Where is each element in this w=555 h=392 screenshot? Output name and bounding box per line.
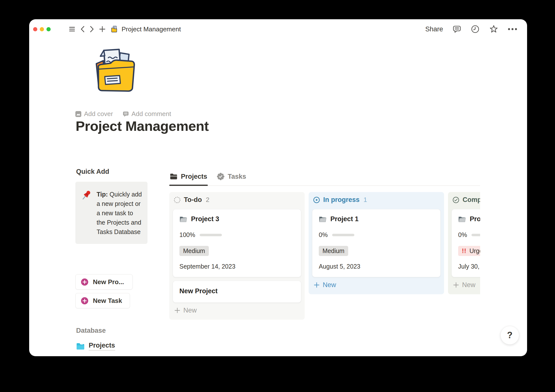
- desktop-background: Project Management Share: [0, 0, 555, 392]
- new-project-button[interactable]: New Pro...: [75, 274, 133, 290]
- page-folder-icon: [111, 25, 118, 33]
- board-column-todo: To-do 2 Project 3 100% Medium September …: [169, 192, 305, 320]
- quick-add-heading: Quick Add: [76, 168, 109, 176]
- titlebar: Project Management Share: [29, 19, 527, 39]
- add-cover-label: Add cover: [84, 110, 113, 118]
- card-new-project[interactable]: New Project: [173, 281, 301, 303]
- board-column-in-progress: In progress 1 Project 1 0% Medium August…: [309, 192, 444, 294]
- folder-documents-icon[interactable]: [88, 46, 140, 95]
- page-actions: Add cover Add comment: [75, 110, 171, 118]
- card-title-label: Project 3: [191, 215, 219, 223]
- comment-icon[interactable]: [452, 25, 461, 34]
- add-card-button-completed[interactable]: New: [453, 281, 480, 289]
- check-circle-icon: [452, 196, 459, 203]
- star-icon[interactable]: [489, 25, 498, 34]
- progress-bar: [471, 234, 480, 236]
- comment-icon: [123, 111, 129, 117]
- view-tabs: Projects Tasks: [169, 171, 480, 186]
- tab-tasks-label: Tasks: [228, 173, 246, 180]
- add-card-label: New: [183, 307, 197, 314]
- more-icon[interactable]: [508, 28, 517, 30]
- priority-badge-urgent[interactable]: !! Urgen: [458, 246, 480, 256]
- progress-row: 0%: [319, 231, 434, 238]
- tab-projects[interactable]: Projects: [169, 171, 208, 185]
- hamburger-icon[interactable]: [69, 26, 75, 32]
- plus-circle-icon: [81, 297, 88, 304]
- pushpin-icon: [81, 190, 93, 201]
- progress-label: 100%: [179, 231, 195, 238]
- share-button[interactable]: Share: [425, 25, 443, 33]
- progress-label: 0%: [458, 231, 467, 238]
- add-comment-label: Add comment: [131, 110, 171, 118]
- titlebar-actions: Share: [425, 25, 527, 34]
- card-project-1[interactable]: Project 1 0% Medium August 5, 2023: [312, 209, 441, 277]
- card-date: September 14, 2023: [179, 263, 295, 270]
- database-projects-link[interactable]: Projects: [76, 342, 115, 351]
- add-cover-button[interactable]: Add cover: [75, 110, 113, 118]
- column-count: 2: [206, 196, 209, 204]
- double-exclamation-icon: !!: [462, 247, 467, 255]
- card-title-label: Proje: [470, 215, 480, 223]
- app-window: Project Management Share: [29, 19, 527, 356]
- back-icon[interactable]: [81, 26, 85, 32]
- progress-label: 0%: [319, 231, 328, 238]
- priority-label: Urgen: [470, 247, 480, 255]
- forward-icon[interactable]: [90, 26, 94, 32]
- add-card-button-todo[interactable]: New: [174, 307, 300, 314]
- close-window-button[interactable]: [33, 27, 37, 31]
- card-title-label: Project 1: [330, 215, 359, 223]
- progress-bar: [200, 234, 222, 236]
- priority-badge[interactable]: Medium: [319, 246, 348, 256]
- help-button[interactable]: ?: [500, 326, 519, 345]
- minimize-window-button[interactable]: [40, 27, 44, 31]
- new-task-button[interactable]: New Task: [75, 293, 130, 308]
- new-task-button-label: New Task: [93, 297, 122, 305]
- tab-tasks[interactable]: Tasks: [216, 171, 247, 185]
- image-icon: [75, 111, 81, 117]
- column-header-in-progress[interactable]: In progress 1: [313, 196, 440, 204]
- tip-text: Tip: Quickly add a new project or a new …: [97, 190, 143, 236]
- add-card-label: New: [323, 281, 336, 289]
- titlebar-title: Project Management: [122, 25, 181, 33]
- zoom-window-button[interactable]: [46, 27, 51, 31]
- add-card-label: New: [462, 281, 475, 289]
- new-tab-icon[interactable]: [99, 26, 105, 32]
- add-card-button-in-progress[interactable]: New: [314, 281, 440, 289]
- clock-icon[interactable]: [471, 25, 480, 34]
- card-title-label: New Project: [179, 287, 218, 295]
- progress-row: 100%: [179, 231, 295, 238]
- plus-icon: [314, 282, 320, 288]
- gray-folder-icon: [458, 216, 466, 223]
- gray-folder-icon: [319, 216, 327, 223]
- card-project-3[interactable]: Project 3 100% Medium September 14, 2023: [173, 209, 301, 277]
- column-title: To-do: [184, 196, 202, 204]
- progress-row: 0%: [458, 231, 480, 238]
- tip-callout: Tip: Quickly add a new project or a new …: [75, 182, 148, 244]
- database-heading: Database: [76, 327, 106, 334]
- card-project-clipped[interactable]: Proje 0% !! Urgen July 30, 2: [451, 209, 480, 277]
- add-comment-button[interactable]: Add comment: [123, 110, 171, 118]
- card-date: July 30, 2: [458, 263, 480, 270]
- badge-check-icon: [217, 173, 225, 180]
- play-circle-icon: [313, 196, 320, 203]
- page-title[interactable]: Project Management: [76, 118, 209, 134]
- progress-bar: [332, 234, 354, 236]
- dashed-circle-icon: [174, 196, 181, 203]
- traffic-lights: [33, 27, 51, 31]
- kanban-board: To-do 2 Project 3 100% Medium September …: [169, 192, 480, 320]
- tab-projects-label: Projects: [181, 173, 207, 180]
- tip-bold: Tip:: [97, 191, 108, 198]
- database-projects-label: Projects: [89, 342, 115, 351]
- priority-badge[interactable]: Medium: [179, 246, 209, 256]
- plus-icon: [174, 307, 180, 314]
- column-header-completed[interactable]: Compl: [452, 196, 480, 204]
- column-title: In progress: [323, 196, 360, 204]
- column-header-todo[interactable]: To-do 2: [174, 196, 300, 204]
- new-project-button-label: New Pro...: [93, 278, 124, 286]
- column-title: Compl: [463, 196, 480, 204]
- folder-tab-icon: [170, 173, 178, 180]
- column-count: 1: [363, 196, 367, 204]
- blue-folder-icon: [76, 342, 85, 350]
- board-column-completed: Compl Proje 0% !!: [448, 192, 480, 294]
- gray-folder-icon: [179, 216, 187, 223]
